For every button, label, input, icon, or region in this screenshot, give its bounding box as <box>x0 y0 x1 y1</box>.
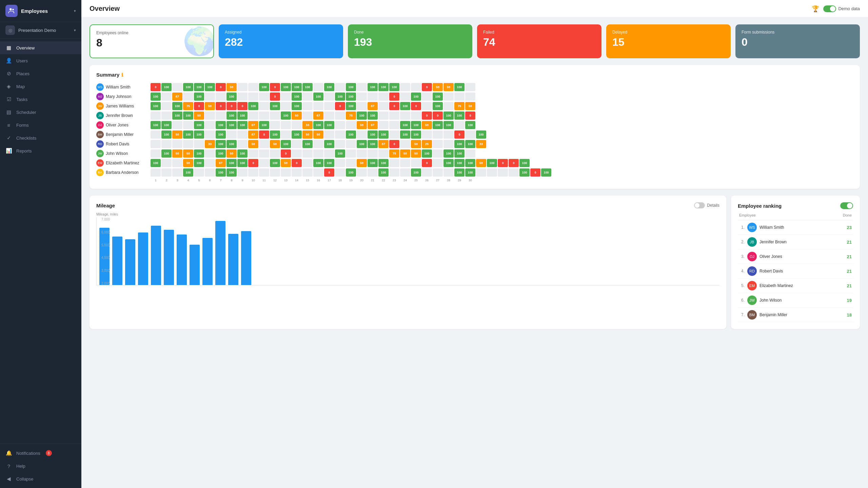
demo-toggle[interactable] <box>823 5 836 12</box>
rank-done: 21 <box>847 283 852 288</box>
cell <box>389 121 399 129</box>
cell: 100 <box>302 83 313 91</box>
app-icon <box>5 5 18 17</box>
chart-bar[interactable] <box>228 234 238 285</box>
cell <box>465 83 475 91</box>
chart-bar[interactable] <box>177 235 187 285</box>
cell: 100 <box>454 159 465 167</box>
details-toggle-switch[interactable] <box>694 202 705 208</box>
ranking-row[interactable]: 5. EM Elizabeth Martinez 21 <box>738 279 853 293</box>
chart-bar[interactable] <box>151 226 161 285</box>
ranking-row[interactable]: 7. BM Benjamin Miller 18 <box>738 308 853 322</box>
rank-avatar: BM <box>747 310 757 320</box>
summary-info-icon[interactable]: ℹ <box>121 72 123 78</box>
cell: 100 <box>237 111 248 120</box>
sidebar-item-forms[interactable]: ≡Forms <box>0 119 81 131</box>
cell <box>161 102 172 110</box>
ranking-toggle[interactable] <box>840 202 853 209</box>
cell: 100 <box>216 130 226 139</box>
sidebar-header[interactable]: Employees ▾ <box>0 0 81 22</box>
cell: 100 <box>443 159 454 167</box>
ranking-row[interactable]: 4. RD Robert Davis 21 <box>738 264 853 279</box>
sidebar-item-map[interactable]: ◈Map <box>0 80 81 93</box>
nav-icon-map: ◈ <box>5 83 12 90</box>
cell: 0 <box>270 93 280 101</box>
cell <box>259 149 269 158</box>
cell: 100 <box>270 159 280 167</box>
cell: 100 <box>270 102 280 110</box>
project-selector[interactable]: ◎ Presentation Demo ▾ <box>0 22 81 39</box>
col-label: 10 <box>248 179 258 182</box>
chart-header: Mileage Details <box>96 202 719 208</box>
rank-name: Oliver Jones <box>760 254 844 259</box>
sidebar-item-places[interactable]: ⊘Places <box>0 67 81 80</box>
cell: 0 <box>454 130 465 139</box>
stat-card-form-submissions[interactable]: Form submissions 0 <box>735 24 860 58</box>
employee-name-1: MJMary Johnson <box>96 93 151 100</box>
cell <box>454 93 465 101</box>
stat-value-failed: 74 <box>483 37 595 47</box>
footer-icon-help: ? <box>5 463 12 469</box>
cell: 50 <box>313 130 323 139</box>
cell: 67 <box>368 102 378 110</box>
stat-card-failed[interactable]: Failed 74 <box>477 24 601 58</box>
sidebar-footer-notifications[interactable]: 🔔Notifications8 <box>0 447 81 460</box>
sidebar-item-tasks[interactable]: ☑Tasks <box>0 93 81 106</box>
cell <box>335 140 345 148</box>
sidebar-item-checklists[interactable]: ✓Checklists <box>0 131 81 144</box>
cell: 100 <box>476 130 486 139</box>
cell: 100 <box>194 83 204 91</box>
rank-number: 7. <box>739 312 745 317</box>
chart-bar[interactable] <box>99 228 110 285</box>
chart-bar[interactable] <box>138 232 148 285</box>
cell: 100 <box>292 130 302 139</box>
summary-row: MJMary Johnson10067100100010010010010001… <box>96 93 853 101</box>
chart-bar[interactable] <box>125 239 135 285</box>
cell: 0 <box>411 102 421 110</box>
stat-label-form-submissions: Form submissions <box>742 30 854 35</box>
col-label: 5 <box>194 179 204 182</box>
sidebar-footer-help[interactable]: ?Help <box>0 460 81 472</box>
ranking-row[interactable]: 6. JW John Wilson 19 <box>738 293 853 308</box>
cell <box>324 149 334 158</box>
nav-label-forms: Forms <box>16 123 29 128</box>
ranking-row[interactable]: 1. WS William Smith 23 <box>738 220 853 235</box>
stat-card-done[interactable]: Done 193 <box>348 24 472 58</box>
stat-card-delayed[interactable]: Delayed 15 <box>606 24 731 58</box>
stat-card-assigned[interactable]: Assigned 282 <box>219 24 343 58</box>
chart-bar[interactable] <box>202 238 213 285</box>
details-toggle[interactable]: Details <box>694 202 719 208</box>
sidebar-item-scheduler[interactable]: ▤Scheduler <box>0 106 81 119</box>
cell <box>335 83 345 91</box>
cell <box>335 159 345 167</box>
ranking-row[interactable]: 2. JB Jennifer Brown 21 <box>738 235 853 249</box>
sidebar-footer-collapse[interactable]: ◀Collapse <box>0 472 81 485</box>
chart-bar[interactable] <box>112 237 122 285</box>
stat-card-employees-online[interactable]: Employees online 8 🌍 <box>90 24 214 58</box>
cells-container-4: 1001001001001001006710033100100506710010… <box>151 121 853 129</box>
employee-avatar-5: BM <box>96 131 104 138</box>
cell <box>357 130 367 139</box>
chart-bar[interactable] <box>164 230 174 285</box>
sidebar-item-reports[interactable]: 📊Reports <box>0 144 81 157</box>
cell: 100 <box>161 121 172 129</box>
cell: 67 <box>248 130 258 139</box>
sidebar-item-overview[interactable]: ▦Overview <box>0 41 81 54</box>
cell <box>302 149 313 158</box>
chart-bar[interactable] <box>215 221 225 285</box>
sidebar-item-users[interactable]: 👤Users <box>0 54 81 67</box>
cell: 100 <box>183 83 193 91</box>
col-label: 12 <box>270 179 280 182</box>
cell <box>433 149 443 158</box>
cell <box>368 168 378 177</box>
rank-avatar: RD <box>747 266 757 276</box>
cell <box>411 111 421 120</box>
cell: 67 <box>172 93 182 101</box>
summary-row: JWJames Williams100100750500001001001000… <box>96 102 853 110</box>
cell: 100 <box>183 168 193 177</box>
cell <box>346 121 356 129</box>
ranking-row[interactable]: 3. OJ Oliver Jones 21 <box>738 249 853 264</box>
chart-bar[interactable] <box>241 231 251 285</box>
stat-cards: Employees online 8 🌍 Assigned 282 Done 1… <box>90 24 860 58</box>
chart-bar[interactable] <box>190 245 200 285</box>
